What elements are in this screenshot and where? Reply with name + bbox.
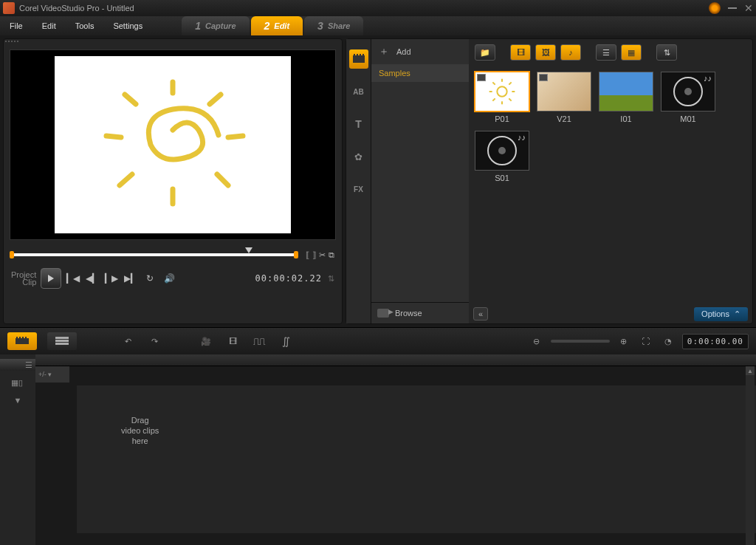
storyboard-view-button[interactable] xyxy=(7,332,37,350)
timeline-tracks[interactable]: +/- ▾ Drag video clips here ▲ xyxy=(35,354,756,545)
add-track-icon[interactable]: ▦▯ xyxy=(11,378,24,388)
timeline-view-button[interactable] xyxy=(47,332,77,350)
svg-rect-26 xyxy=(25,337,27,338)
preview-frame xyxy=(55,56,291,233)
step-share[interactable]: 3 Share xyxy=(304,16,363,35)
svg-line-20 xyxy=(509,82,511,84)
timeline-timecode[interactable]: 0:00:00.00 xyxy=(682,334,749,349)
preview-timecode[interactable]: 00:00:02.22 xyxy=(255,273,322,284)
menu-bar: File Edit Tools Settings 1 Capture 2 Edi… xyxy=(0,16,756,35)
minimize-button[interactable] xyxy=(728,7,737,9)
expand-button[interactable]: ⧉ xyxy=(329,250,334,260)
next-frame-button[interactable]: ▎▶ xyxy=(104,271,119,286)
thumb-m01[interactable]: ♪♪ M01 xyxy=(661,72,715,123)
app-icon xyxy=(3,2,15,14)
step-number: 2 xyxy=(264,20,270,32)
list-view-button[interactable]: ☰ xyxy=(596,44,616,61)
zoom-slider[interactable] xyxy=(551,340,610,343)
import-button[interactable]: 📁 xyxy=(475,44,495,61)
browse-label: Browse xyxy=(395,309,422,318)
thumb-view-button[interactable]: ▦ xyxy=(621,44,642,61)
volume-button[interactable]: 🔊 xyxy=(162,271,176,286)
menu-file[interactable]: File xyxy=(0,16,32,35)
record-button[interactable]: 🎥 xyxy=(198,333,214,349)
folder-samples[interactable]: Samples xyxy=(371,64,469,82)
mark-out-button[interactable]: ⟧ xyxy=(312,250,316,260)
scroll-up-button[interactable]: ▲ xyxy=(746,366,755,375)
fit-project-button[interactable]: ⛶ xyxy=(638,333,654,349)
thumb-s01[interactable]: ♪♪ S01 xyxy=(475,131,529,182)
thumb-v21[interactable]: V21 xyxy=(537,72,591,123)
add-folder-button[interactable]: ＋ Add xyxy=(371,39,469,64)
step-label: Capture xyxy=(205,21,236,30)
timeline-track-header: ☰ ▦▯ ▼ xyxy=(0,354,35,545)
sort-button[interactable]: ⇅ xyxy=(656,44,677,61)
track-options-dropdown[interactable]: ▼ xyxy=(14,396,22,405)
filter-audio-button[interactable]: ♪ xyxy=(560,44,581,61)
thumb-p01[interactable]: P01 xyxy=(475,72,529,123)
title-bar: Corel VideoStudio Pro - Untitled ✕ xyxy=(0,0,756,16)
close-button[interactable]: ✕ xyxy=(744,2,753,14)
filter-tab[interactable]: FX xyxy=(349,179,368,199)
scrubber[interactable]: ⟦ ⟧ ✂ ⧉ xyxy=(11,246,334,264)
menu-edit[interactable]: Edit xyxy=(32,16,66,35)
step-edit[interactable]: 2 Edit xyxy=(251,16,303,35)
title-tab[interactable]: T xyxy=(349,114,368,134)
playhead-icon[interactable] xyxy=(245,247,252,253)
browse-button[interactable]: Browse xyxy=(371,302,469,323)
settings-gear-icon[interactable] xyxy=(709,2,721,14)
collapse-panel-button[interactable]: « xyxy=(473,307,488,321)
repeat-button[interactable]: ↻ xyxy=(142,271,157,286)
options-button[interactable]: Options ⌃ xyxy=(694,307,748,321)
redo-button[interactable]: ↷ xyxy=(146,333,162,349)
preview-viewport[interactable] xyxy=(10,49,336,240)
svg-line-5 xyxy=(120,174,132,185)
timecode-spinner-icon[interactable]: ⇅ xyxy=(328,274,334,284)
go-start-button[interactable]: ▎◀ xyxy=(66,271,80,286)
batch-convert-button[interactable]: 🎞 xyxy=(224,333,241,349)
svg-rect-24 xyxy=(19,337,21,338)
clip-mode-label[interactable]: Clip xyxy=(11,278,36,286)
step-number: 1 xyxy=(195,20,201,32)
svg-rect-22 xyxy=(16,338,29,344)
undo-button[interactable]: ↶ xyxy=(120,333,136,349)
step-capture[interactable]: 1 Capture xyxy=(182,16,249,35)
app-title: Corel VideoStudio Pro - Untitled xyxy=(19,4,709,13)
timeline-scrollbar[interactable]: ▲ xyxy=(746,366,755,545)
svg-line-2 xyxy=(228,136,243,137)
thumb-label: V21 xyxy=(557,114,571,123)
zoom-out-button[interactable]: ⊖ xyxy=(529,333,545,349)
split-clip-button[interactable]: ✂ xyxy=(319,250,326,260)
library-thumbnails: P01 V21 I01 ♪♪ M01 ♪♪ S01 xyxy=(469,66,752,304)
timeline-panel: ↶ ↷ 🎥 🎞 ⎍⎍ ∬ ⊖ ⊕ ⛶ ◔ 0:00:00.00 ☰ ▦▯ ▼ +… xyxy=(0,327,756,545)
mark-in-button[interactable]: ⟦ xyxy=(306,250,309,260)
filter-photo-button[interactable]: 🖼 xyxy=(535,44,556,61)
auto-music-button[interactable]: ∬ xyxy=(278,333,294,349)
svg-rect-28 xyxy=(55,340,69,342)
thumb-i01[interactable]: I01 xyxy=(599,72,653,123)
project-duration-icon[interactable]: ◔ xyxy=(660,333,676,349)
prev-frame-button[interactable]: ◀▎ xyxy=(85,271,100,286)
filter-video-button[interactable]: 🎞 xyxy=(510,44,531,61)
svg-rect-8 xyxy=(353,55,365,63)
go-end-button[interactable]: ▶▎ xyxy=(123,271,138,286)
track-menu-button[interactable]: ☰ xyxy=(0,359,35,371)
time-ruler[interactable] xyxy=(35,354,756,366)
svg-rect-25 xyxy=(22,337,24,338)
sun-drawing-icon xyxy=(99,78,247,211)
options-label: Options xyxy=(701,309,729,318)
track-controls[interactable]: +/- ▾ xyxy=(35,366,69,383)
zoom-in-button[interactable]: ⊕ xyxy=(616,333,632,349)
transitions-tab[interactable]: AB xyxy=(349,82,368,101)
plus-icon: ＋ xyxy=(379,45,389,58)
scrub-track[interactable] xyxy=(11,253,297,256)
svg-rect-29 xyxy=(55,343,69,345)
media-tab[interactable] xyxy=(349,49,368,69)
sound-mixer-button[interactable]: ⎍⎍ xyxy=(251,333,267,349)
step-number: 3 xyxy=(317,20,323,32)
menu-settings[interactable]: Settings xyxy=(103,16,152,35)
graphic-tab[interactable]: ✿ xyxy=(349,147,368,166)
play-button[interactable] xyxy=(41,268,61,289)
menu-tools[interactable]: Tools xyxy=(66,16,104,35)
video-track-dropzone[interactable]: Drag video clips here xyxy=(77,385,756,533)
